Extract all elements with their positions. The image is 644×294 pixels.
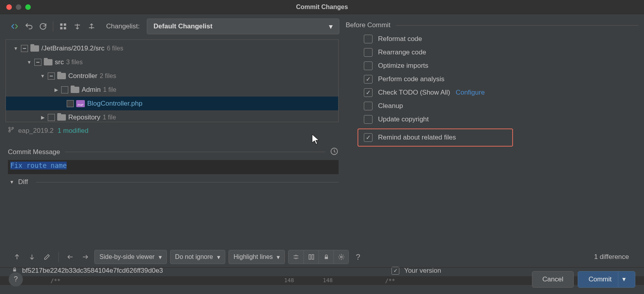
tree-row-src[interactable]: ▼ src 3 files [6,55,338,69]
help-button[interactable]: ? [9,272,23,287]
left-column: Changelist: Default Changelist ▾ ▼ /JetB… [0,14,343,247]
folder-icon [57,114,66,121]
checkbox-checked[interactable] [67,100,74,107]
sync-scroll-icon[interactable] [303,250,318,264]
group-icon[interactable] [56,20,70,33]
folder-icon [57,73,66,79]
viewer-select[interactable]: Side-by-side viewer ▾ [94,250,167,264]
cancel-button[interactable]: Cancel [532,271,574,288]
svg-rect-1 [64,24,66,26]
configure-link[interactable]: Configure [456,89,485,97]
svg-point-4 [9,127,10,129]
tree-label: Controller [68,72,97,80]
option-reformat-code[interactable]: Reformat code [364,35,638,43]
next-change-icon[interactable] [26,251,38,263]
checkbox-indeterminate[interactable] [48,73,55,80]
collapse-diff-icon[interactable] [288,250,303,264]
undo-icon[interactable] [22,20,36,33]
checkbox[interactable] [48,114,55,121]
svg-point-5 [9,130,10,132]
gear-icon[interactable] [333,250,348,264]
checkbox[interactable] [364,35,373,43]
chevron-down-icon[interactable]: ▼ [26,60,32,65]
refresh-icon[interactable] [8,20,21,33]
option-update-copyright[interactable]: Update copyright [364,115,638,124]
maximize-window-button[interactable] [25,4,31,10]
reload-icon[interactable] [36,20,50,33]
svg-rect-3 [64,27,66,30]
separator [396,25,638,26]
option-remind-related-files[interactable]: Remind about related files [358,128,513,147]
forward-icon[interactable] [79,251,91,263]
viewer-value: Side-by-side viewer [99,253,155,261]
chevron-right-icon[interactable]: ▶ [53,87,59,93]
option-label: Update copyright [378,115,429,123]
ignore-select[interactable]: Do not ignore ▾ [170,250,225,264]
checkbox[interactable] [364,115,373,124]
option-rearrange-code[interactable]: Rearrange code [364,48,638,57]
lock-icon[interactable] [318,250,333,264]
commit-message-input[interactable]: Fix route name [8,160,339,174]
history-icon[interactable] [330,147,339,157]
back-icon[interactable] [64,251,76,263]
option-cleanup[interactable]: Cleanup [364,102,638,110]
chevron-down-icon: ▾ [217,253,220,261]
option-optimize-imports[interactable]: Optimize imports [364,61,638,70]
tree-label: Admin [82,86,101,94]
chevron-down-icon: ▾ [277,253,280,261]
titlebar: Commit Changes [0,0,644,14]
commit-message-header: Commit Message [0,147,343,157]
checkbox-indeterminate[interactable] [21,45,28,52]
svg-rect-0 [60,24,63,26]
minimize-window-button[interactable] [16,4,21,10]
tree-row-admin[interactable]: ▶ Admin 1 file [6,83,338,97]
help-icon[interactable]: ? [352,251,364,263]
checkbox[interactable] [364,102,373,110]
expand-icon[interactable] [71,20,84,33]
tree-label: src [55,58,64,66]
changelist-label: Changelist: [106,22,140,30]
option-label: Cleanup [378,102,403,110]
svg-rect-9 [312,255,314,259]
changelist-select[interactable]: Default Changelist ▾ [147,19,339,34]
window-controls [0,4,31,10]
checkbox[interactable] [364,48,373,57]
highlight-value: Highlight lines [234,253,273,261]
chevron-right-icon[interactable]: ▶ [40,115,45,120]
diff-label: Diff [18,178,28,186]
chevron-down-icon[interactable]: ▼ [40,73,45,79]
checkbox-checked[interactable] [364,88,373,97]
folder-icon [44,59,52,65]
commit-button[interactable]: Commit ▾ [578,271,635,288]
option-code-analysis[interactable]: Perform code analysis [364,75,638,84]
close-window-button[interactable] [6,4,12,10]
chevron-down-icon[interactable]: ▾ [618,275,629,283]
chevron-down-icon[interactable]: ▼ [13,46,19,51]
ignore-value: Do not ignore [175,253,213,261]
checkbox-checked[interactable] [364,75,373,84]
changelist-value: Default Changelist [154,22,212,30]
edit-icon[interactable] [41,251,53,263]
diff-tool-buttons [288,250,349,264]
collapse-icon[interactable] [85,20,98,33]
prev-change-icon[interactable] [11,251,23,263]
chevron-down-icon[interactable]: ▼ [9,179,14,185]
tree-row-controller[interactable]: ▼ Controller 2 files [6,69,338,83]
branch-status-line: eap_2019.2 1 modified [0,125,343,138]
tree-row-root[interactable]: ▼ /JetBrains/2019.2/src 6 files [6,41,338,55]
checkbox[interactable] [364,61,373,70]
folder-icon [30,45,39,52]
tree-row-blogcontroller[interactable]: BlogController.php [6,97,338,110]
checkbox[interactable] [61,86,68,93]
option-label: Perform code analysis [378,75,444,83]
file-count: 1 file [103,114,116,121]
before-commit-header: Before Commit [346,21,638,29]
svg-point-7 [331,148,338,155]
tree-label: /JetBrains/2019.2/src [41,45,105,52]
highlight-select[interactable]: Highlight lines ▾ [228,250,285,264]
option-label: Check TODO (Show All) [378,89,450,97]
checkbox-checked[interactable] [364,133,373,142]
option-check-todo[interactable]: Check TODO (Show All) Configure [364,88,638,97]
tree-row-repository[interactable]: ▶ Repository 1 file [6,110,338,122]
checkbox-indeterminate[interactable] [34,59,41,66]
